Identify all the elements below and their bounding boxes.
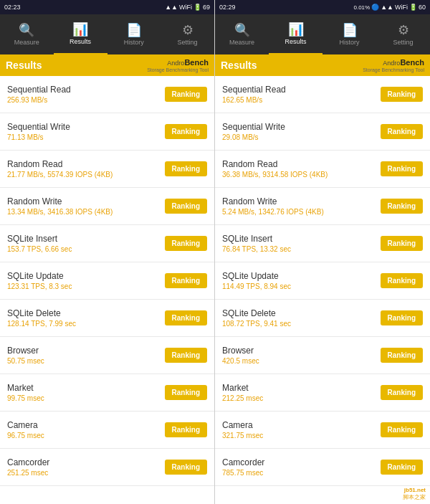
nav-measure-label-left: Measure xyxy=(14,39,39,46)
result-name: Sequential Read xyxy=(222,85,286,95)
ranking-button[interactable]: Ranking xyxy=(165,236,207,251)
ranking-button[interactable]: Ranking xyxy=(165,124,207,139)
status-icons-left: ▲▲ WiFi 🔋 69 xyxy=(165,4,210,11)
data-icon: 0.01% xyxy=(353,4,370,11)
nav-history-right[interactable]: 📄 History xyxy=(322,14,376,54)
ranking-button[interactable]: Ranking xyxy=(165,385,207,400)
results-header-right: Results Andro Bench Storage Benchmarking… xyxy=(215,54,430,76)
ranking-button[interactable]: Ranking xyxy=(165,310,207,325)
nav-results-label-right: Results xyxy=(285,38,306,45)
result-info: Random Read36.38 MB/s, 9314.58 IOPS (4KB… xyxy=(222,159,328,179)
ranking-button[interactable]: Ranking xyxy=(381,310,423,325)
ranking-button[interactable]: Ranking xyxy=(381,161,423,176)
result-name: Market xyxy=(222,383,263,393)
status-time-left: 02:23 xyxy=(4,4,21,11)
result-row: Sequential Write29.08 MB/sRanking xyxy=(215,113,430,151)
result-row: Random Write5.24 MB/s, 1342.76 IOPS (4KB… xyxy=(215,188,430,225)
result-value: 785.75 msec xyxy=(222,469,264,477)
results-list-right: Sequential Read162.65 MB/sRankingSequent… xyxy=(215,76,430,504)
ranking-button[interactable]: Ranking xyxy=(381,422,423,437)
ranking-button[interactable]: Ranking xyxy=(165,348,207,363)
result-info: Random Write5.24 MB/s, 1342.76 IOPS (4KB… xyxy=(222,196,324,216)
result-name: SQLite Insert xyxy=(7,234,72,244)
result-info: SQLite Delete128.14 TPS, 7.99 sec xyxy=(7,308,76,328)
result-name: SQLite Update xyxy=(222,271,291,281)
panel-left: 02:23 ▲▲ WiFi 🔋 69 🔍 Measure 📊 Results 📄… xyxy=(0,0,215,504)
nav-history-left[interactable]: 📄 History xyxy=(108,14,161,54)
ranking-button[interactable]: Ranking xyxy=(165,199,207,214)
setting-icon-right: ⚙ xyxy=(398,24,409,37)
nav-results-right[interactable]: 📊 Results xyxy=(269,14,322,54)
ranking-button[interactable]: Ranking xyxy=(381,87,423,102)
ranking-button[interactable]: Ranking xyxy=(165,87,207,102)
ranking-button[interactable]: Ranking xyxy=(381,199,423,214)
nav-setting-label-left: Setting xyxy=(178,39,198,46)
result-info: Market99.75 msec xyxy=(7,383,44,402)
result-name: Random Read xyxy=(7,159,113,169)
result-info: Browser50.75 msec xyxy=(7,346,44,365)
result-value: 108.72 TPS, 9.41 sec xyxy=(222,320,291,328)
result-row: SQLite Update123.31 TPS, 8.3 secRanking xyxy=(0,262,214,300)
ranking-button[interactable]: Ranking xyxy=(381,385,423,400)
result-row: SQLite Update114.49 TPS, 8.94 secRanking xyxy=(215,262,430,300)
result-name: Sequential Write xyxy=(7,122,70,132)
logo-sub-left: Storage Benchmarking Tool xyxy=(147,67,209,73)
result-name: Camera xyxy=(222,420,263,430)
result-value: 162.65 MB/s xyxy=(222,96,286,104)
result-info: Sequential Read162.65 MB/s xyxy=(222,85,286,104)
androbench-logo-left: Andro Bench Storage Benchmarking Tool xyxy=(147,58,209,73)
result-name: SQLite Update xyxy=(7,271,72,281)
result-info: Camera96.75 msec xyxy=(7,420,44,439)
result-value: 99.75 msec xyxy=(7,394,44,402)
signal-icon: ▲▲ xyxy=(165,4,178,11)
status-time-right: 02:29 xyxy=(219,4,236,11)
ranking-button[interactable]: Ranking xyxy=(165,460,207,475)
ranking-button[interactable]: Ranking xyxy=(381,236,423,251)
result-row: SQLite Insert153.7 TPS, 6.66 secRanking xyxy=(0,225,214,262)
result-name: SQLite Insert xyxy=(222,234,291,244)
result-name: Random Write xyxy=(222,196,324,206)
result-info: Random Write13.34 MB/s, 3416.38 IOPS (4K… xyxy=(7,196,113,216)
ranking-button[interactable]: Ranking xyxy=(381,348,423,363)
logo-sub-right: Storage Benchmarking Tool xyxy=(363,67,424,73)
results-title-right: Results xyxy=(221,60,257,71)
watermark-line1: jb51.net xyxy=(403,487,426,493)
result-name: Sequential Read xyxy=(7,85,71,95)
result-info: Camera321.75 msec xyxy=(222,420,263,439)
result-row: Sequential Write71.13 MB/sRanking xyxy=(0,113,214,151)
result-row: Browser420.5 msecRanking xyxy=(215,337,430,374)
nav-measure-left[interactable]: 🔍 Measure xyxy=(0,14,54,54)
result-info: SQLite Insert153.7 TPS, 6.66 sec xyxy=(7,234,72,253)
setting-icon-left: ⚙ xyxy=(182,24,194,37)
measure-icon-left: 🔍 xyxy=(19,24,34,37)
result-info: Sequential Write71.13 MB/s xyxy=(7,122,70,141)
logo-andro-right: Andro xyxy=(383,60,400,67)
ranking-button[interactable]: Ranking xyxy=(165,273,207,288)
ranking-button[interactable]: Ranking xyxy=(381,273,423,288)
result-row: SQLite Insert76.84 TPS, 13.32 secRanking xyxy=(215,225,430,262)
results-list-left: Sequential Read256.93 MB/sRankingSequent… xyxy=(0,76,214,504)
results-header-left: Results Andro Bench Storage Benchmarking… xyxy=(0,54,214,76)
ranking-button[interactable]: Ranking xyxy=(381,460,423,475)
panel-right: 02:29 0.01% 🔵 ▲▲ WiFi 🔋 60 🔍 Measure 📊 R… xyxy=(215,0,430,504)
results-icon-right: 📊 xyxy=(288,23,304,36)
ranking-button[interactable]: Ranking xyxy=(165,161,207,176)
result-info: SQLite Insert76.84 TPS, 13.32 sec xyxy=(222,234,291,253)
history-icon-right: 📄 xyxy=(342,24,358,37)
signal-icon-right: ▲▲ xyxy=(381,4,393,11)
ranking-button[interactable]: Ranking xyxy=(381,124,423,139)
result-row: Browser50.75 msecRanking xyxy=(0,337,214,374)
watermark: jb51.net 脚本之家 xyxy=(403,487,426,501)
nav-results-left[interactable]: 📊 Results xyxy=(54,14,108,54)
result-row: Market99.75 msecRanking xyxy=(0,374,214,412)
nav-measure-right[interactable]: 🔍 Measure xyxy=(215,14,269,54)
nav-setting-right[interactable]: ⚙ Setting xyxy=(376,14,430,54)
history-icon-left: 📄 xyxy=(126,24,142,37)
nav-setting-left[interactable]: ⚙ Setting xyxy=(161,14,214,54)
ranking-button[interactable]: Ranking xyxy=(165,422,207,437)
result-name: Browser xyxy=(7,346,44,356)
nav-bar-left: 🔍 Measure 📊 Results 📄 History ⚙ Setting xyxy=(0,14,214,54)
result-info: SQLite Update123.31 TPS, 8.3 sec xyxy=(7,271,72,290)
result-name: Random Read xyxy=(222,159,328,169)
result-info: Camcorder785.75 msec xyxy=(222,457,264,477)
